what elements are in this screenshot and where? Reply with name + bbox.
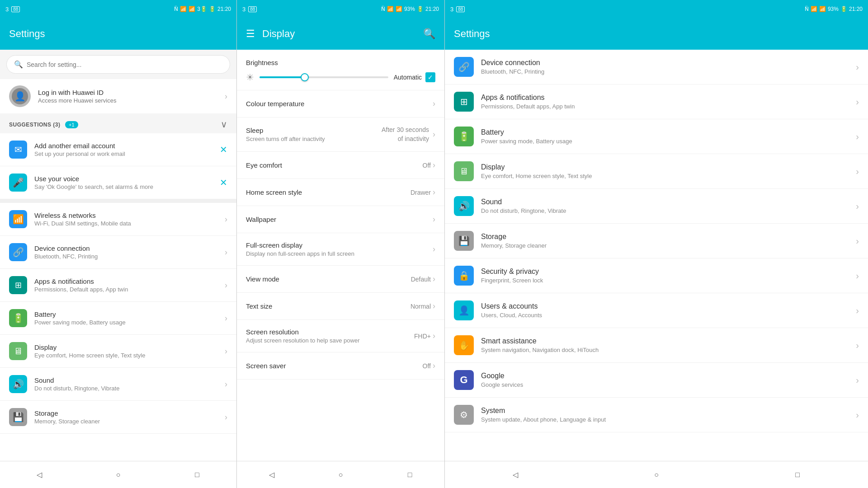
mid-home-button[interactable]: ○	[332, 466, 350, 484]
right-device-sub: Bluetooth, NFC, Printing	[481, 68, 856, 75]
settings-storage[interactable]: 💾 Storage Memory, Storage cleaner ›	[0, 401, 236, 434]
suggestion-voice[interactable]: 🎤 Use your voice Say 'Ok Google' to sear…	[0, 166, 236, 199]
divider-1	[0, 199, 236, 203]
right-google[interactable]: G Google Google services ›	[445, 363, 868, 398]
right-sound-text: Sound Do not disturb, Ringtone, Vibrate	[481, 198, 856, 214]
recent-button[interactable]: □	[188, 466, 206, 484]
right-google-sub: Google services	[481, 381, 856, 388]
right-home-button[interactable]: ○	[647, 466, 665, 484]
suggestions-left: SUGGESTIONS (3) +1	[9, 120, 78, 128]
right-security-title: Security & privacy	[481, 267, 856, 276]
back-icon: ◁	[37, 470, 42, 479]
brightness-slider[interactable]	[259, 76, 388, 78]
right-display-title: Display	[481, 163, 856, 171]
search-input[interactable]	[27, 61, 222, 68]
mid-back-button[interactable]: ◁	[263, 466, 281, 484]
suggestion-email[interactable]: ✉ Add another email account Set up your …	[0, 133, 236, 166]
nfc-icon: N̈	[174, 6, 178, 12]
display-app-bar-left: ☰ Display	[246, 28, 295, 40]
mid-recent-button[interactable]: □	[401, 466, 419, 484]
mid-home-icon: ○	[339, 471, 343, 479]
right-security[interactable]: 🔒 Security & privacy Fingerprint, Screen…	[445, 258, 868, 293]
colour-temp-right: ›	[433, 99, 435, 108]
right-storage[interactable]: 💾 Storage Memory, Storage cleaner ›	[445, 224, 868, 258]
display-sleep[interactable]: Sleep Screen turns off after inactivity …	[237, 117, 444, 152]
sleep-sub: Screen turns off after inactivity	[246, 136, 382, 142]
auto-label: Automatic	[394, 74, 422, 81]
display-text-size[interactable]: Text size Normal ›	[237, 293, 444, 320]
right-battery-icon: 🔋	[454, 127, 474, 146]
display-view-mode[interactable]: View mode Default ›	[237, 266, 444, 293]
avatar: 👤	[9, 85, 31, 107]
right-smart-assistance[interactable]: ✋ Smart assistance System navigation, Na…	[445, 328, 868, 363]
storage-chevron: ›	[225, 413, 227, 422]
right-bat-pct: 93%	[828, 6, 839, 12]
display-wallpaper[interactable]: Wallpaper ›	[237, 206, 444, 233]
storage-text: Storage Memory, Storage cleaner	[34, 409, 225, 425]
settings-sound[interactable]: 🔊 Sound Do not disturb, Ringtone, Vibrat…	[0, 368, 236, 401]
right-sim-badge: 88	[456, 6, 465, 12]
storage-sub: Memory, Storage cleaner	[34, 418, 225, 425]
suggestion-voice-sub: Say 'Ok Google' to search, set alarms & …	[34, 183, 220, 190]
display-home-screen[interactable]: Home screen style Drawer ›	[237, 179, 444, 206]
colour-temp-chevron: ›	[433, 99, 435, 108]
brightness-thumb[interactable]	[301, 73, 309, 81]
suggestions-badge: +1	[65, 121, 78, 128]
profile-sub: Access more Huawei services	[38, 97, 225, 104]
profile-text: Log in with Huawei ID Access more Huawei…	[38, 89, 225, 104]
wireless-title: Wireless & networks	[34, 211, 225, 219]
right-recent-button[interactable]: □	[788, 466, 807, 484]
screen-res-sub: Adjust screen resolution to help save po…	[246, 337, 414, 344]
right-wifi: 📶	[811, 6, 817, 12]
right-sound[interactable]: 🔊 Sound Do not disturb, Ringtone, Vibrat…	[445, 189, 868, 224]
clock: 21:20	[217, 6, 231, 12]
left-app-bar: Settings	[0, 18, 236, 50]
device-connection-title: Device connection	[34, 244, 225, 252]
display-fullscreen[interactable]: Full-screen display Display non full-scr…	[237, 233, 444, 266]
battery-pct: 3🔋	[197, 6, 207, 12]
right-battery-sub: Power saving mode, Battery usage	[481, 138, 856, 145]
menu-icon[interactable]: ☰	[246, 28, 255, 40]
suggestion-email-title: Add another email account	[34, 142, 220, 150]
settings-battery[interactable]: 🔋 Battery Power saving mode, Battery usa…	[0, 302, 236, 335]
close-email-button[interactable]: ✕	[220, 144, 227, 155]
right-system-chevron: ›	[856, 410, 859, 420]
display-screen-resolution[interactable]: Screen resolution Adjust screen resoluti…	[237, 320, 444, 352]
sleep-left: Sleep Screen turns off after inactivity	[246, 127, 382, 142]
fullscreen-right: ›	[433, 244, 435, 254]
auto-checkbox[interactable]: ✓	[425, 72, 435, 82]
right-display[interactable]: 🖥 Display Eye comfort, Home screen style…	[445, 154, 868, 189]
right-users-text: Users & accounts Users, Cloud, Accounts	[481, 302, 856, 319]
settings-apps[interactable]: ⊞ Apps & notifications Permissions, Defa…	[0, 269, 236, 302]
display-search-icon[interactable]: 🔍	[423, 28, 435, 40]
right-device-connection[interactable]: 🔗 Device connection Bluetooth, NFC, Prin…	[445, 50, 868, 84]
right-system[interactable]: ⚙ System System update, About phone, Lan…	[445, 398, 868, 432]
right-app-title: Settings	[454, 28, 490, 40]
right-users-title: Users & accounts	[481, 302, 856, 310]
right-sound-sub: Do not disturb, Ringtone, Vibrate	[481, 207, 856, 214]
profile-row[interactable]: 👤 Log in with Huawei ID Access more Huaw…	[0, 79, 236, 113]
display-colour-temperature[interactable]: Colour temperature ›	[237, 90, 444, 117]
expand-icon[interactable]: ∨	[221, 119, 227, 130]
right-apps[interactable]: ⊞ Apps & notifications Permissions, Defa…	[445, 84, 868, 119]
display-eye-comfort[interactable]: Eye comfort Off ›	[237, 152, 444, 179]
back-button[interactable]: ◁	[30, 466, 48, 484]
right-back-button[interactable]: ◁	[506, 466, 524, 484]
close-voice-button[interactable]: ✕	[220, 177, 227, 188]
right-users[interactable]: 👤 Users & accounts Users, Cloud, Account…	[445, 293, 868, 328]
settings-display[interactable]: 🖥 Display Eye comfort, Home screen style…	[0, 335, 236, 368]
right-display-text: Display Eye comfort, Home screen style, …	[481, 163, 856, 179]
display-sub: Eye comfort, Home screen style, Text sty…	[34, 352, 225, 359]
settings-device-connection[interactable]: 🔗 Device connection Bluetooth, NFC, Prin…	[0, 236, 236, 269]
right-storage-icon: 💾	[454, 231, 474, 251]
settings-wireless[interactable]: 📶 Wireless & networks Wi-Fi, Dual SIM se…	[0, 203, 236, 236]
display-screen-saver[interactable]: Screen saver Off ›	[237, 352, 444, 380]
search-bar[interactable]: 🔍	[6, 55, 230, 74]
brightness-low-icon: ☀	[246, 72, 254, 83]
home-screen-value: Drawer	[410, 189, 431, 196]
right-battery[interactable]: 🔋 Battery Power saving mode, Battery usa…	[445, 119, 868, 154]
view-mode-value: Default	[411, 276, 431, 283]
home-button[interactable]: ○	[109, 466, 127, 484]
sound-sub: Do not disturb, Ringtone, Vibrate	[34, 385, 225, 392]
suggestions-label: SUGGESTIONS (3)	[9, 122, 61, 128]
